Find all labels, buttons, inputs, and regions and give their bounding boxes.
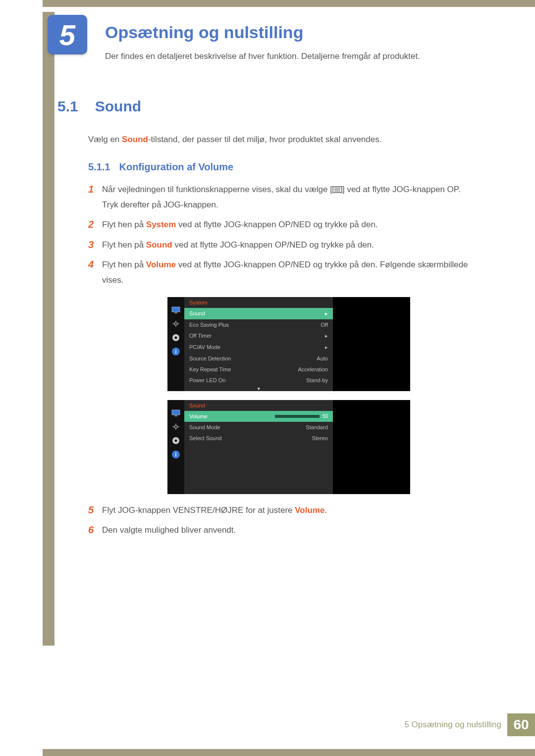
svg-point-15 [175, 439, 177, 442]
step-body: Flyt hen på Sound ved at flytte JOG-knap… [102, 238, 374, 253]
left-stripe [43, 12, 54, 646]
section-intro: Vælg en Sound-tilstand, der passer til d… [88, 135, 381, 145]
step-1: 1 Når vejledningen til funktionsknappern… [88, 182, 475, 212]
osd-row: PC/AV Mode▸ [184, 342, 333, 353]
osd-sidebar: i [167, 297, 184, 391]
svg-rect-11 [172, 410, 180, 415]
volume-value: 50 [322, 413, 328, 419]
step-3: 3 Flyt hen på Sound ved at flytte JOG-kn… [88, 238, 475, 253]
resize-icon [171, 320, 181, 328]
step-2: 2 Flyt hen på System ved at flytte JOG-k… [88, 217, 475, 233]
chapter-subtitle: Der findes en detaljeret beskrivelse af … [105, 51, 420, 61]
osd-preview-area [333, 400, 410, 494]
page-number: 60 [507, 713, 535, 736]
info-icon: i [171, 451, 181, 458]
step-4: 4 Flyt hen på Volume ved at flytte JOG-k… [88, 257, 475, 288]
osd-row-selected: Volume 50 [184, 411, 333, 422]
section-heading: 5.1Sound [57, 98, 141, 115]
step-number: 2 [88, 217, 102, 233]
osd-row: Power LED OnStand-by [184, 375, 333, 386]
osd-value: ▸ [325, 333, 328, 339]
osd-value: ▸ [325, 310, 328, 317]
gear-icon [171, 437, 181, 445]
osd-row: Key Repeat TimeAcceleration [184, 364, 333, 375]
text: Flyt hen på [102, 240, 146, 250]
osd-sidebar: i [167, 400, 184, 494]
section-intro-pre: Vælg en [88, 135, 122, 144]
step-number: 5 [88, 503, 102, 518]
osd-label: Off Timer [189, 333, 212, 339]
osd-screenshot-system: i System Sound ▸ Eco Saving PlusOff Off … [167, 297, 410, 391]
osd-row: Sound ModeStandard [184, 422, 333, 433]
step-6: 6 Den valgte mulighed bliver anvendt. [88, 523, 475, 538]
svg-rect-6 [174, 323, 177, 325]
svg-rect-13 [174, 426, 177, 428]
step-number: 6 [88, 523, 102, 538]
osd-header: System [184, 297, 333, 308]
step-body: Den valgte mulighed bliver anvendt. [102, 523, 236, 538]
osd-row: Source DetectionAuto [184, 353, 333, 364]
osd-row: Eco Saving PlusOff [184, 319, 333, 330]
step-body: Flyt JOG-knappen VENSTRE/HØJRE for at ju… [102, 503, 327, 518]
osd-label: Sound [189, 310, 205, 317]
text: Flyt hen på [102, 260, 146, 269]
step-number: 1 [88, 182, 102, 212]
step-5: 5 Flyt JOG-knappen VENSTRE/HØJRE for at … [88, 503, 475, 518]
step-number: 3 [88, 238, 102, 253]
text: ved at flytte JOG-knappen OP/NED og tryk… [176, 220, 377, 229]
osd-menu: Sound Volume 50 Sound ModeStandard Selec… [184, 400, 333, 494]
step-body: Når vejledningen til funktionsknapperne … [102, 182, 475, 212]
osd-label: Eco Saving Plus [189, 322, 229, 328]
osd-value: Stand-by [306, 377, 328, 383]
osd-label: Select Sound [189, 435, 221, 441]
svg-rect-4 [172, 307, 180, 312]
osd-row-selected: Sound ▸ [184, 308, 333, 319]
osd-label: Power LED On [189, 377, 225, 383]
top-stripe [43, 0, 535, 7]
osd-label: Sound Mode [189, 424, 220, 430]
text-bold: Volume [295, 505, 324, 515]
svg-point-8 [175, 336, 177, 339]
text: Når vejledningen til funktionsknapperne … [102, 185, 332, 194]
step-body: Flyt hen på Volume ved at flytte JOG-kna… [102, 257, 475, 288]
svg-rect-12 [174, 415, 177, 416]
chapter-title: Opsætning og nulstilling [105, 23, 303, 42]
monitor-icon [171, 306, 181, 314]
subsection-title: Konfiguration af Volume [119, 161, 233, 172]
text: ved at flytte JOG-knappen OP/NED og tryk… [172, 240, 374, 250]
info-icon: i [171, 348, 181, 355]
subsection-heading: 5.1.1Konfiguration af Volume [88, 161, 233, 173]
osd-value: Auto [317, 355, 328, 361]
svg-text:i: i [175, 349, 176, 354]
page-footer: 5 Opsætning og nulstilling 60 [404, 713, 535, 736]
subsection-number: 5.1.1 [88, 161, 110, 172]
section-number: 5.1 [57, 98, 78, 114]
step-number: 4 [88, 257, 102, 288]
osd-label: Source Detection [189, 355, 231, 361]
menu-icon [332, 186, 342, 193]
steps-list: 1 Når vejledningen til funktionsknappern… [88, 182, 475, 543]
text: . [324, 505, 327, 515]
resize-icon [171, 423, 181, 431]
osd-value: Stereo [312, 435, 328, 441]
text-bold: Volume [146, 260, 176, 269]
osd-value: Acceleration [298, 366, 328, 372]
section-title: Sound [95, 98, 141, 114]
footer-stripe [43, 749, 535, 756]
osd-label: Volume [189, 413, 208, 419]
osd-label: PC/AV Mode [189, 344, 220, 351]
osd-scroll-down-icon: ▾ [184, 386, 333, 392]
text-bold: Sound [146, 240, 172, 250]
osd-menu: System Sound ▸ Eco Saving PlusOff Off Ti… [184, 297, 333, 391]
footer-text: 5 Opsætning og nulstilling [404, 720, 501, 730]
osd-header: Sound [184, 400, 333, 411]
osd-value: Standard [306, 424, 328, 430]
osd-label: Key Repeat Time [189, 366, 231, 372]
text-bold: System [146, 220, 176, 229]
gear-icon [171, 334, 181, 342]
text: Flyt hen på [102, 220, 146, 229]
monitor-icon [171, 409, 181, 417]
osd-screenshot-sound: i Sound Volume 50 Sound ModeStandard Sel… [167, 400, 410, 494]
volume-slider [275, 415, 320, 418]
step-body: Flyt hen på System ved at flytte JOG-kna… [102, 217, 378, 233]
